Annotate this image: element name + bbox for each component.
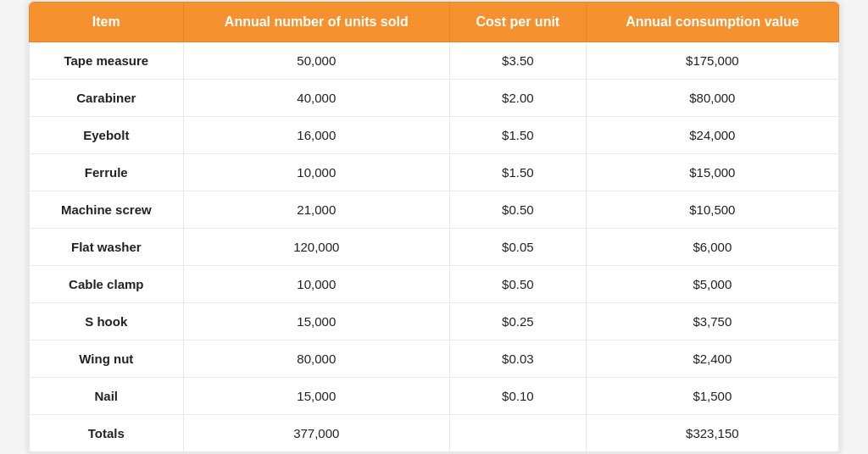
cell-item: S hook [30, 303, 184, 340]
table-row: Ferrule10,000$1.50$15,000 [30, 154, 839, 191]
cell-cost: $1.50 [449, 154, 586, 191]
table-row: Eyebolt16,000$1.50$24,000 [30, 117, 839, 154]
cell-cost: $3.50 [449, 42, 586, 80]
table-row: Tape measure50,000$3.50$175,000 [30, 42, 839, 80]
cell-cost [449, 415, 586, 452]
cell-value: $10,500 [586, 191, 838, 229]
header-item: Item [30, 3, 184, 42]
main-table-container: Item Annual number of units sold Cost pe… [27, 0, 841, 454]
table-row: Wing nut80,000$0.03$2,400 [30, 340, 839, 378]
cell-value: $6,000 [586, 229, 838, 266]
cell-value: $24,000 [586, 117, 838, 154]
table-row: Totals377,000$323,150 [30, 415, 839, 452]
cell-value: $2,400 [586, 340, 838, 378]
cell-item: Totals [30, 415, 184, 452]
cell-cost: $0.25 [449, 303, 586, 340]
cell-value: $1,500 [586, 378, 838, 415]
cell-value: $323,150 [586, 415, 838, 452]
cell-item: Tape measure [30, 42, 184, 80]
cell-item: Eyebolt [30, 117, 184, 154]
table-row: Cable clamp10,000$0.50$5,000 [30, 266, 839, 303]
cell-item: Wing nut [30, 340, 184, 378]
cell-cost: $0.05 [449, 229, 586, 266]
header-cost: Cost per unit [449, 3, 586, 42]
cell-cost: $1.50 [449, 117, 586, 154]
cell-value: $175,000 [586, 42, 838, 80]
table-body: Tape measure50,000$3.50$175,000Carabiner… [30, 42, 839, 452]
cell-cost: $0.03 [449, 340, 586, 378]
cell-item: Carabiner [30, 80, 184, 117]
cell-units: 15,000 [183, 303, 449, 340]
table-header-row: Item Annual number of units sold Cost pe… [30, 3, 839, 42]
cell-units: 50,000 [183, 42, 449, 80]
cell-units: 15,000 [183, 378, 449, 415]
cell-value: $5,000 [586, 266, 838, 303]
cell-cost: $0.50 [449, 191, 586, 229]
cell-cost: $0.50 [449, 266, 586, 303]
cell-item: Machine screw [30, 191, 184, 229]
cell-item: Ferrule [30, 154, 184, 191]
cell-units: 80,000 [183, 340, 449, 378]
cell-value: $3,750 [586, 303, 838, 340]
cell-units: 40,000 [183, 80, 449, 117]
cell-units: 21,000 [183, 191, 449, 229]
header-value: Annual consumption value [586, 3, 838, 42]
cell-value: $80,000 [586, 80, 838, 117]
cell-units: 10,000 [183, 266, 449, 303]
cell-item: Cable clamp [30, 266, 184, 303]
data-table: Item Annual number of units sold Cost pe… [29, 2, 839, 452]
table-row: S hook15,000$0.25$3,750 [30, 303, 839, 340]
cell-units: 120,000 [183, 229, 449, 266]
table-row: Carabiner40,000$2.00$80,000 [30, 80, 839, 117]
cell-cost: $0.10 [449, 378, 586, 415]
cell-cost: $2.00 [449, 80, 586, 117]
table-row: Nail15,000$0.10$1,500 [30, 378, 839, 415]
table-row: Flat washer120,000$0.05$6,000 [30, 229, 839, 266]
cell-value: $15,000 [586, 154, 838, 191]
cell-item: Nail [30, 378, 184, 415]
cell-units: 10,000 [183, 154, 449, 191]
cell-item: Flat washer [30, 229, 184, 266]
table-row: Machine screw21,000$0.50$10,500 [30, 191, 839, 229]
cell-units: 16,000 [183, 117, 449, 154]
header-units: Annual number of units sold [183, 3, 449, 42]
cell-units: 377,000 [183, 415, 449, 452]
